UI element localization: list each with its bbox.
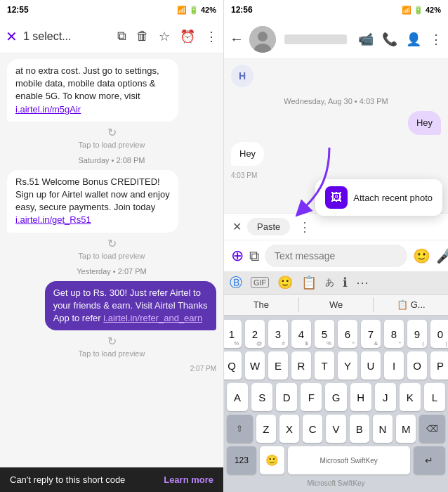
- more-icon[interactable]: ⋮: [205, 29, 218, 44]
- keyboard-row-z: ⇧ Z X C V B N M ⌫: [227, 415, 445, 443]
- emoji-icon[interactable]: 🙂: [413, 247, 430, 264]
- tap-load-2[interactable]: ↻ Tap to load preview: [7, 237, 216, 260]
- paste-more-icon[interactable]: ⋮: [298, 219, 311, 235]
- message-area-left: at no extra cost. Just go to settings, m…: [0, 53, 223, 467]
- key-m[interactable]: M: [396, 415, 416, 443]
- key-shift[interactable]: ⇧: [227, 415, 253, 443]
- keyboard-row-numbers: 1% 2@ 3# 4$ 5% 6^ 7& 8* 9( 0): [227, 320, 445, 348]
- paste-button[interactable]: Paste: [247, 218, 290, 235]
- key-x[interactable]: X: [279, 415, 299, 443]
- key-8[interactable]: 8*: [384, 320, 404, 348]
- info-icon[interactable]: ℹ: [343, 275, 348, 290]
- key-v[interactable]: V: [326, 415, 345, 443]
- attach-photo-popup[interactable]: 🖼 Attach recent photo: [315, 179, 442, 216]
- key-backspace[interactable]: ⌫: [419, 415, 445, 443]
- key-r[interactable]: R: [291, 351, 311, 380]
- msg-bubble-2: Rs.51 Welcome Bonus CREDITED! Sign up fo…: [7, 170, 178, 233]
- key-u[interactable]: U: [361, 351, 381, 380]
- status-icons-left: 📶 🔋 42%: [177, 6, 216, 15]
- paste-bar: ✕ Paste ⋮: [224, 213, 448, 240]
- key-l[interactable]: L: [424, 383, 445, 411]
- key-n[interactable]: N: [373, 415, 393, 443]
- suggestion-we[interactable]: We: [298, 297, 374, 312]
- suggestion-the[interactable]: The: [224, 297, 298, 312]
- msg-link-2[interactable]: i.airtel.in/get_Rs51: [15, 214, 91, 225]
- date-label-2: Yesterday • 2:07 PM: [7, 267, 216, 276]
- close-icon[interactable]: ✕: [6, 28, 18, 45]
- sticker-icon[interactable]: 🙂: [277, 275, 293, 290]
- back-icon[interactable]: ←: [230, 31, 244, 47]
- key-9[interactable]: 9(: [407, 320, 427, 348]
- key-y[interactable]: Y: [338, 351, 357, 380]
- star-icon[interactable]: ☆: [159, 29, 170, 44]
- key-2[interactable]: 2@: [245, 320, 265, 348]
- msg-link-3[interactable]: i.airtel.in/refer_and_earn: [103, 313, 202, 323]
- key-e[interactable]: E: [268, 351, 288, 380]
- key-w[interactable]: W: [245, 351, 265, 380]
- key-5[interactable]: 5%: [315, 320, 334, 348]
- refresh-icon-2: ↻: [107, 237, 117, 250]
- status-bar-right: 12:56 📶 🔋 42%: [224, 0, 448, 20]
- learn-more-button[interactable]: Learn more: [164, 474, 213, 485]
- message-input[interactable]: [265, 245, 407, 267]
- key-4[interactable]: 4$: [291, 320, 311, 348]
- clipboard-kb-icon[interactable]: 📋: [301, 275, 317, 290]
- key-d[interactable]: D: [276, 383, 297, 411]
- gif-icon[interactable]: GIF: [251, 277, 269, 288]
- more-options-icon[interactable]: ⋮: [430, 32, 442, 47]
- key-i[interactable]: I: [384, 351, 404, 380]
- clipboard-icon[interactable]: ⧉: [249, 248, 259, 264]
- delete-icon[interactable]: 🗑: [136, 29, 149, 44]
- key-p[interactable]: P: [430, 351, 448, 380]
- msg-link[interactable]: i.airtel.in/m5gAir: [15, 104, 81, 115]
- key-f[interactable]: F: [301, 383, 322, 411]
- right-panel: 12:56 📶 🔋 42% ← 📹 📞 👤 ⋮ H Wednesday, Aug…: [224, 0, 448, 492]
- plus-icon[interactable]: ✕: [232, 220, 242, 233]
- key-b[interactable]: B: [350, 415, 369, 443]
- voice-call-icon[interactable]: 📞: [382, 32, 397, 47]
- time-right: 12:56: [231, 5, 253, 15]
- key-q[interactable]: Q: [224, 351, 242, 380]
- key-emoji[interactable]: 🙂: [260, 446, 284, 474]
- suggestion-g[interactable]: 📋 G...: [373, 297, 448, 312]
- attach-photo-label: Attach recent photo: [353, 193, 433, 203]
- keyboard-row-q: Q W E R T Y U I O P: [227, 351, 445, 380]
- more-kb-icon[interactable]: ⋯: [356, 275, 369, 290]
- key-s[interactable]: S: [251, 383, 272, 411]
- status-icons-right: 📶 🔋 42%: [402, 6, 441, 15]
- key-o[interactable]: O: [407, 351, 427, 380]
- alarm-icon[interactable]: ⏰: [180, 29, 195, 44]
- tap-load-3[interactable]: ↻ Tap to load preview: [7, 335, 216, 358]
- key-3[interactable]: 3#: [268, 320, 288, 348]
- bing-icon[interactable]: Ⓑ: [230, 274, 242, 291]
- keyboard: 1% 2@ 3# 4$ 5% 6^ 7& 8* 9( 0) Q W E R T …: [224, 316, 448, 492]
- selection-title: 1 select...: [23, 30, 112, 43]
- copy-icon[interactable]: ⧉: [117, 29, 126, 44]
- key-c[interactable]: C: [303, 415, 322, 443]
- video-call-icon[interactable]: 📹: [358, 32, 374, 47]
- key-6[interactable]: 6^: [338, 320, 357, 348]
- language-icon[interactable]: あ: [325, 276, 334, 289]
- key-k[interactable]: K: [400, 383, 421, 411]
- add-person-icon[interactable]: 👤: [406, 32, 421, 47]
- avatar: [249, 26, 276, 53]
- key-123[interactable]: 123: [227, 446, 256, 474]
- refresh-icon-3: ↻: [107, 335, 117, 348]
- add-attachment-icon[interactable]: ⊕: [231, 247, 244, 265]
- key-space[interactable]: Microsoft SwiftKey: [288, 446, 410, 474]
- key-7[interactable]: 7&: [361, 320, 381, 348]
- tap-load-1[interactable]: ↻ Tap to load preview: [7, 126, 216, 149]
- msg-bubble: at no extra cost. Just go to settings, m…: [7, 59, 178, 122]
- key-0[interactable]: 0): [430, 320, 448, 348]
- key-1[interactable]: 1%: [224, 320, 242, 348]
- svg-point-1: [258, 32, 268, 41]
- key-g[interactable]: G: [325, 383, 346, 411]
- voice-input-icon[interactable]: 🎤: [436, 247, 448, 264]
- key-z[interactable]: Z: [256, 415, 276, 443]
- tap-load-text-2: Tap to load preview: [79, 252, 145, 260]
- key-t[interactable]: T: [315, 351, 334, 380]
- key-h[interactable]: H: [350, 383, 371, 411]
- key-a[interactable]: A: [227, 383, 248, 411]
- key-j[interactable]: J: [375, 383, 396, 411]
- key-enter[interactable]: ↵: [414, 446, 445, 474]
